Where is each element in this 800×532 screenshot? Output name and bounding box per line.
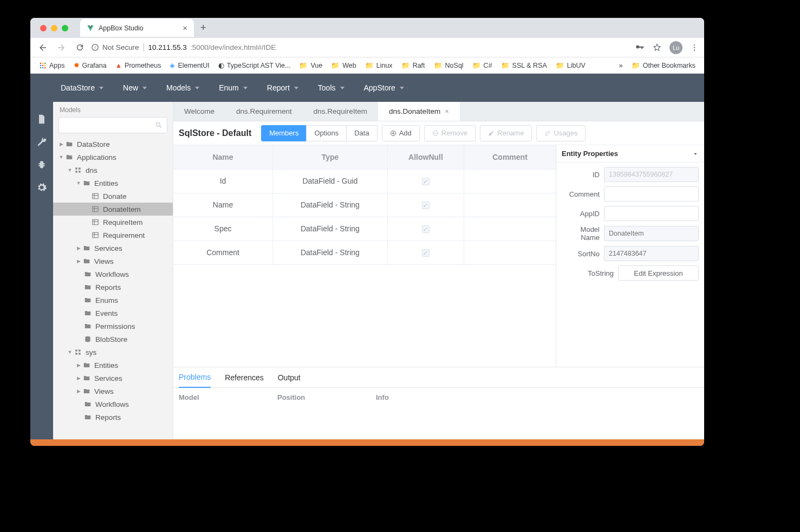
wrench-icon[interactable] (36, 137, 47, 147)
svg-rect-7 (44, 62, 45, 63)
tree-enums[interactable]: Enums (53, 294, 173, 307)
tab-requireitem[interactable]: dns.RequireItem (303, 102, 378, 121)
menu-datastore[interactable]: DataStore (61, 83, 103, 92)
profile-avatar[interactable]: Lu (669, 41, 682, 54)
tree-sys-services[interactable]: ▶Services (53, 372, 173, 385)
bookmark-web[interactable]: 📁Web (328, 59, 359, 72)
new-tab-button[interactable]: + (194, 22, 213, 34)
file-icon[interactable] (36, 114, 47, 125)
bookmark-libuv[interactable]: 📁LibUV (552, 59, 589, 72)
tree-sys-views[interactable]: ▶Views (53, 385, 173, 398)
table-row[interactable]: NameDataField - String (173, 193, 556, 217)
tab-welcome[interactable]: Welcome (173, 102, 225, 121)
close-tab-icon[interactable]: × (445, 107, 449, 115)
menu-enum[interactable]: Enum (219, 83, 248, 92)
tree-sys[interactable]: ▼sys (53, 346, 173, 359)
menu-models[interactable]: Models (166, 83, 199, 92)
sidebar-search[interactable] (58, 117, 167, 133)
table-row[interactable]: SpecDataField - String (173, 217, 556, 241)
bookmark-nosql[interactable]: 📁NoSql (431, 59, 467, 72)
back-button[interactable] (36, 41, 50, 55)
menu-new[interactable]: New (123, 83, 147, 92)
properties-header[interactable]: Entity Properties (556, 145, 704, 163)
svg-rect-27 (79, 353, 81, 355)
bookmarks-overflow[interactable]: » (619, 62, 623, 69)
tree-entity-donateitem[interactable]: DonateItem (53, 203, 173, 216)
tab-references[interactable]: References (225, 367, 264, 388)
options-button[interactable]: Options (306, 125, 347, 141)
prop-comment-label: Comment (562, 190, 600, 198)
tree-sys-workflows[interactable]: Workflows (53, 398, 173, 411)
table-row[interactable]: CommentDataField - String (173, 241, 556, 264)
col-comment: Comment (464, 145, 556, 169)
browser-tab-title: AppBox Studio (99, 24, 144, 32)
security-label: Not Secure (102, 43, 144, 51)
tree-workflows[interactable]: Workflows (53, 268, 173, 281)
tree-blobstore[interactable]: BlobStore (53, 333, 173, 346)
close-window-icon[interactable] (40, 25, 47, 31)
tab-requirement[interactable]: dns.Requirement (225, 102, 303, 121)
bug-icon[interactable] (36, 159, 47, 170)
work-row: Name Type AllowNull Comment IdDataField … (173, 145, 704, 367)
svg-rect-15 (75, 167, 77, 170)
app-body: Models ▶DataStore ▼Applications ▼dns ▼En… (30, 102, 704, 439)
svg-rect-26 (75, 353, 77, 355)
tab-problems[interactable]: Problems (179, 367, 211, 388)
apps-button[interactable]: Apps (36, 60, 68, 72)
menu-tools[interactable]: Tools (318, 83, 344, 92)
edit-icon (488, 130, 495, 137)
bookmark-typescript[interactable]: ◐TypeScript AST Vie... (215, 59, 294, 72)
other-bookmarks[interactable]: 📁Other Bookmarks (628, 59, 699, 72)
url-box[interactable]: i Not Secure 10.211.55.3:5000/dev/index.… (91, 43, 630, 51)
folder-icon (65, 140, 74, 148)
tree-services[interactable]: ▶Services (53, 242, 173, 255)
table-row[interactable]: IdDataField - Guid (173, 169, 556, 193)
bookmark-grafana[interactable]: ✹Grafana (70, 59, 110, 72)
tree-applications[interactable]: ▼Applications (53, 151, 173, 164)
tree-views[interactable]: ▶Views (53, 255, 173, 268)
bookmark-prometheus[interactable]: ▲Prometheus (112, 60, 165, 72)
svg-rect-5 (40, 62, 41, 63)
tree-permissions[interactable]: Permissions (53, 320, 173, 333)
reload-button[interactable] (73, 41, 87, 55)
tree-entity-donate[interactable]: Donate (53, 190, 173, 203)
prop-comment-input[interactable] (604, 186, 699, 202)
checkbox-icon (422, 249, 430, 257)
close-tab-icon[interactable]: × (183, 23, 187, 33)
minimize-window-icon[interactable] (51, 25, 57, 31)
star-icon[interactable] (652, 43, 662, 53)
folder-icon (65, 153, 74, 161)
data-button[interactable]: Data (346, 125, 377, 141)
key-icon[interactable] (635, 43, 645, 53)
menu-dots-icon[interactable] (690, 43, 699, 52)
svg-rect-13 (44, 67, 45, 68)
tree-sys-entities[interactable]: ▶Entities (53, 359, 173, 372)
tree-dns[interactable]: ▼dns (53, 164, 173, 177)
tree-entity-requirement[interactable]: Requirement (53, 229, 173, 242)
tree-sys-reports[interactable]: Reports (53, 411, 173, 424)
edit-expression-button[interactable]: Edit Expression (618, 265, 699, 281)
tab-donateitem[interactable]: dns.DonateItem× (378, 102, 460, 121)
bookmark-vue[interactable]: 📁Vue (296, 59, 326, 72)
bookmark-linux[interactable]: 📁Linux (362, 59, 396, 72)
menu-appstore[interactable]: AppStore (364, 83, 404, 92)
bookmark-raft[interactable]: 📁Raft (398, 59, 428, 72)
prop-appid-input[interactable] (604, 206, 699, 221)
browser-tab[interactable]: AppBox Studio × (80, 19, 194, 37)
bookmark-ssl[interactable]: 📁SSL & RSA (498, 59, 550, 72)
maximize-window-icon[interactable] (62, 25, 68, 31)
members-button[interactable]: Members (261, 125, 307, 141)
add-button[interactable]: Add (382, 125, 420, 141)
gear-icon[interactable] (36, 182, 47, 193)
tree-entities[interactable]: ▼Entities (53, 177, 173, 190)
table-icon (91, 192, 100, 200)
tab-output[interactable]: Output (278, 367, 301, 388)
tree-entity-requireitem[interactable]: RequireItem (53, 216, 173, 229)
tree-events[interactable]: Events (53, 307, 173, 320)
search-input[interactable] (63, 121, 155, 129)
bookmark-csharp[interactable]: 📁C# (469, 59, 496, 72)
menu-report[interactable]: Report (267, 83, 298, 92)
bookmark-elementui[interactable]: ◈ElementUI (166, 59, 212, 72)
tree-datastore[interactable]: ▶DataStore (53, 138, 173, 151)
tree-reports[interactable]: Reports (53, 281, 173, 294)
